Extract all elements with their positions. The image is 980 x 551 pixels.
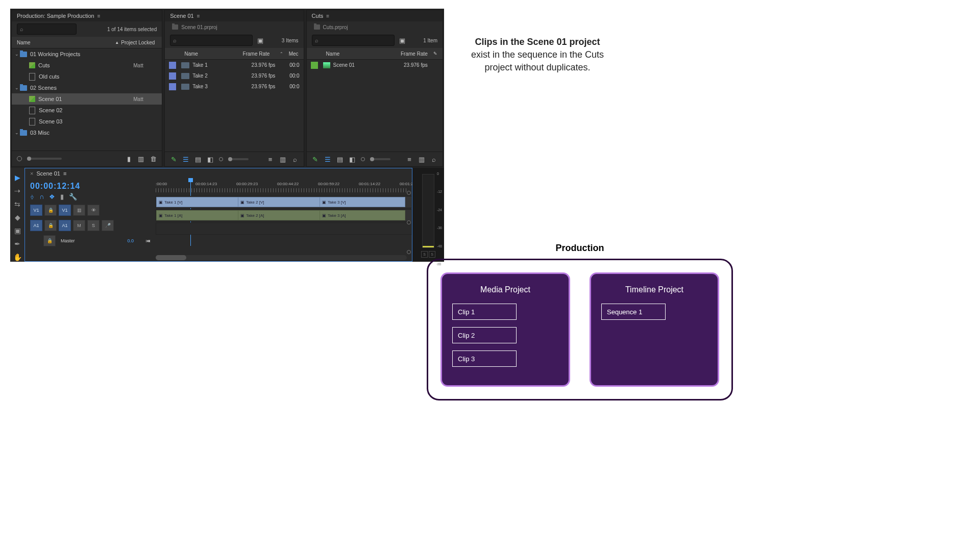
thumbnail-slider[interactable] bbox=[27, 158, 62, 160]
icon-view-icon[interactable]: ▤ bbox=[336, 156, 344, 163]
lock-icon[interactable]: 🔒 bbox=[43, 235, 56, 246]
master-track-header[interactable]: 🔒 Master 0.0 ⏮ bbox=[30, 235, 151, 246]
panel-menu-icon[interactable]: ≡ bbox=[63, 170, 66, 177]
zoom-out-icon[interactable] bbox=[361, 157, 365, 161]
lock-icon[interactable]: 🔒 bbox=[44, 205, 57, 216]
razor-tool-icon[interactable]: ◆ bbox=[13, 213, 22, 222]
source-patch-a1[interactable]: A1 bbox=[30, 220, 42, 231]
zoom-out-icon[interactable] bbox=[17, 156, 22, 161]
lock-icon[interactable]: 🔒 bbox=[44, 220, 57, 231]
panel-menu-icon[interactable]: ≡ bbox=[197, 13, 200, 19]
close-icon[interactable]: × bbox=[30, 170, 33, 177]
video-track[interactable]: ▣Take 1 [V] ▣Take 2 [V] ▣Take 3 [V] bbox=[156, 196, 412, 208]
new-item-icon[interactable]: ▥ bbox=[279, 156, 286, 163]
mute-button[interactable]: M bbox=[73, 220, 85, 231]
track-select-tool-icon[interactable]: ⇢ bbox=[13, 186, 22, 195]
bin-row[interactable]: Take 223.976 fps00:0 bbox=[165, 70, 303, 81]
track-height-controls[interactable] bbox=[407, 191, 411, 254]
toggle-output-icon[interactable]: 👁 bbox=[87, 205, 100, 216]
scene-tab[interactable]: Scene 01≡ bbox=[165, 10, 303, 21]
sort-icon[interactable]: ≡ bbox=[406, 156, 413, 163]
solo-button[interactable]: S bbox=[87, 220, 100, 231]
ripple-edit-tool-icon[interactable]: ⇆ bbox=[13, 199, 22, 209]
header-lock[interactable]: Project Locked bbox=[121, 40, 157, 45]
production-tab[interactable]: Production: Sample Production ≡ bbox=[12, 10, 162, 21]
audio-track-header[interactable]: A1 🔒 A1 M S 🎤 bbox=[30, 220, 151, 231]
timeline-scrollbar[interactable] bbox=[156, 255, 407, 260]
new-item-icon[interactable]: ▥ bbox=[418, 156, 425, 163]
search-icon[interactable]: ⌕ bbox=[430, 156, 437, 163]
icon-view-icon[interactable]: ▤ bbox=[194, 156, 202, 163]
panel-menu-icon[interactable]: ≡ bbox=[97, 13, 101, 19]
header-name[interactable]: Name bbox=[326, 51, 399, 57]
new-bin-icon[interactable]: ▣ bbox=[257, 37, 264, 44]
cuts-tab[interactable]: Cuts≡ bbox=[307, 10, 443, 21]
insert-icon[interactable]: ⎀ bbox=[30, 193, 34, 201]
linked-selection-icon[interactable]: ❖ bbox=[49, 193, 55, 201]
freeform-view-icon[interactable]: ◧ bbox=[349, 156, 356, 163]
time-ruler[interactable]: :00:00 00:00:14:23 00:00:29:23 00:00:44:… bbox=[156, 182, 412, 194]
bin-row[interactable]: Take 123.976 fps00:0 bbox=[165, 60, 303, 70]
item-count: 3 Items bbox=[282, 38, 299, 43]
panel-menu-icon[interactable]: ≡ bbox=[326, 13, 329, 19]
cuts-search-input[interactable]: ⌕ bbox=[312, 35, 395, 46]
timeline-clip[interactable]: ▣Take 1 [A] bbox=[156, 210, 242, 220]
production-search-input[interactable]: ⌕ bbox=[17, 23, 77, 35]
timeline-tab[interactable]: ×Scene 01≡ bbox=[25, 168, 412, 179]
timeline-clip[interactable]: ▣Take 2 [A] bbox=[238, 210, 324, 220]
bin-row[interactable]: Scene 0123.976 fps bbox=[307, 60, 443, 70]
header-framerate[interactable]: Frame Rate bbox=[401, 51, 431, 57]
voice-over-icon[interactable]: 🎤 bbox=[102, 220, 114, 231]
zoom-out-icon[interactable] bbox=[219, 157, 223, 161]
tree-folder-misc[interactable]: ⌄03 Misc bbox=[12, 127, 162, 138]
settings-icon[interactable]: 🔧 bbox=[69, 193, 77, 201]
tree-folder-scenes[interactable]: ⌄02 Scenes bbox=[12, 82, 162, 93]
timeline-clip[interactable]: ▣Take 3 [A] bbox=[320, 210, 405, 220]
tree-folder-working[interactable]: ⌄01 Working Projects bbox=[12, 48, 162, 60]
tree-item-scene01[interactable]: Scene 01Matt bbox=[12, 93, 162, 105]
pencil-icon[interactable]: ✎ bbox=[312, 156, 319, 163]
header-name[interactable]: Name bbox=[184, 51, 240, 57]
timeline-clip[interactable]: ▣Take 2 [V] bbox=[238, 197, 324, 207]
header-media[interactable]: Mec bbox=[285, 51, 299, 57]
header-name[interactable]: Name bbox=[17, 40, 113, 45]
trash-icon[interactable]: 🗑 bbox=[150, 155, 157, 162]
list-view-icon[interactable]: ☰ bbox=[324, 156, 331, 163]
list-view-icon[interactable]: ☰ bbox=[182, 156, 189, 163]
master-value[interactable]: 0.0 bbox=[127, 238, 134, 243]
hand-tool-icon[interactable]: ✋ bbox=[13, 253, 22, 262]
pen-tool-icon[interactable]: ✒ bbox=[13, 239, 22, 248]
source-patch-v1[interactable]: V1 bbox=[30, 205, 42, 216]
thumbnail-slider[interactable] bbox=[228, 158, 249, 160]
sort-icon[interactable]: ≡ bbox=[267, 156, 274, 163]
new-folder-icon[interactable]: ▥ bbox=[137, 155, 144, 162]
freeform-view-icon[interactable]: ◧ bbox=[207, 156, 214, 163]
master-track[interactable] bbox=[156, 222, 412, 235]
video-track-header[interactable]: V1 🔒 V1 ▥ 👁 bbox=[30, 205, 151, 216]
pencil-icon[interactable]: ✎ bbox=[170, 156, 177, 163]
new-item-icon[interactable]: ▮ bbox=[125, 155, 132, 162]
bin-row[interactable]: Take 323.976 fps00:0 bbox=[165, 81, 303, 92]
timeline-clip[interactable]: ▣Take 3 [V] bbox=[320, 197, 405, 207]
timeline-tracks-area[interactable]: :00:00 00:00:14:23 00:00:29:23 00:00:44:… bbox=[156, 179, 412, 261]
target-a1[interactable]: A1 bbox=[59, 220, 71, 231]
scene-search-input[interactable]: ⌕ bbox=[170, 35, 253, 46]
search-icon[interactable]: ⌕ bbox=[291, 156, 299, 163]
selection-tool-icon[interactable]: ▶ bbox=[13, 173, 22, 182]
marker-icon[interactable]: ▮ bbox=[60, 193, 64, 201]
skip-icon[interactable]: ⏮ bbox=[146, 238, 151, 243]
playhead-timecode[interactable]: 00:00:12:14 bbox=[30, 182, 151, 191]
new-bin-icon[interactable]: ▣ bbox=[399, 37, 406, 44]
target-v1[interactable]: V1 bbox=[59, 205, 71, 216]
tree-item-oldcuts[interactable]: Old cuts bbox=[12, 71, 162, 82]
thumbnail-slider[interactable] bbox=[370, 158, 390, 160]
sync-lock-icon[interactable]: ▥ bbox=[73, 205, 85, 216]
tree-item-scene03[interactable]: Scene 03 bbox=[12, 116, 162, 127]
slip-tool-icon[interactable]: ▣ bbox=[13, 226, 22, 235]
audio-track[interactable]: ▣Take 1 [A] ▣Take 2 [A] ▣Take 3 [A] bbox=[156, 209, 412, 221]
header-framerate[interactable]: Frame Rate bbox=[243, 51, 278, 57]
tree-item-cuts[interactable]: CutsMatt bbox=[12, 60, 162, 71]
timeline-clip[interactable]: ▣Take 1 [V] bbox=[156, 197, 242, 207]
snap-icon[interactable]: ∩ bbox=[39, 193, 44, 201]
tree-item-scene02[interactable]: Scene 02 bbox=[12, 105, 162, 116]
